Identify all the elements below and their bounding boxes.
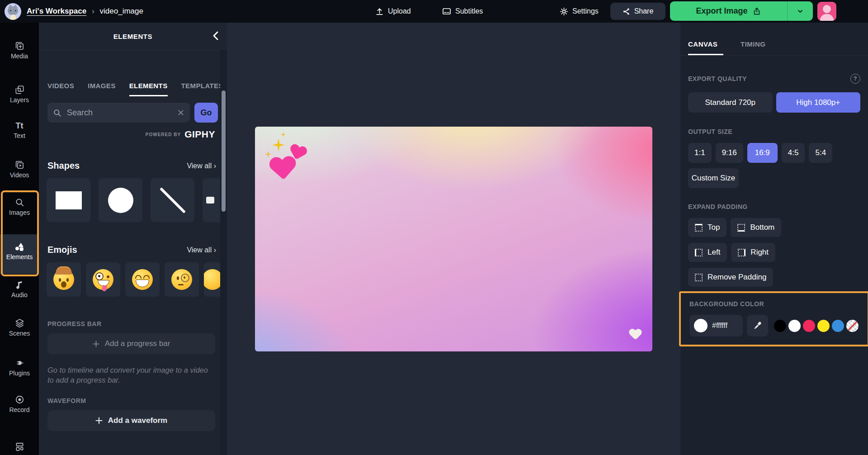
topbar: Ari's Workspace › video_image Upload Sub… xyxy=(0,0,868,23)
swatch-red[interactable] xyxy=(803,320,815,332)
sparkle-small xyxy=(265,151,271,158)
pad-top-button[interactable]: Top xyxy=(688,218,726,237)
images-search-icon xyxy=(14,197,25,208)
share-button[interactable]: Share xyxy=(610,3,665,20)
help-icon[interactable] xyxy=(850,74,860,84)
sidebar-item-scenes[interactable]: Scenes xyxy=(0,314,39,341)
layers-icon xyxy=(14,85,25,95)
emoji-tile-beaming-face[interactable] xyxy=(125,262,160,297)
sidebar-item-elements[interactable]: Elements xyxy=(0,237,39,264)
quality-high-1080p-button[interactable]: High 1080p+ xyxy=(776,92,861,113)
sidebar-item-record[interactable]: Record xyxy=(0,391,39,417)
tab-images[interactable]: IMAGES xyxy=(88,82,116,96)
search-input[interactable] xyxy=(66,108,173,118)
panel-tabs: VIDEOS IMAGES ELEMENTS TEMPLATES xyxy=(47,82,227,96)
white-heart-sticker[interactable] xyxy=(629,329,642,340)
sidebar-item-templates[interactable] xyxy=(0,433,39,455)
swatch-blue[interactable] xyxy=(832,320,844,332)
editor-stage xyxy=(227,23,680,455)
file-name[interactable]: video_image xyxy=(100,7,143,16)
emojis-view-all-link[interactable]: View all › xyxy=(187,246,216,254)
media-icon xyxy=(14,41,25,51)
ratio-16-9-button[interactable]: 16:9 xyxy=(747,143,778,163)
sidebar-item-layers[interactable]: Layers xyxy=(0,81,39,107)
settings-button[interactable]: Settings xyxy=(560,0,599,23)
remove-padding-button[interactable]: Remove Padding xyxy=(688,268,773,287)
shape-tile-rectangle[interactable] xyxy=(47,178,90,222)
panel-scrollbar-thumb[interactable] xyxy=(222,90,226,212)
pad-bottom-button[interactable]: Bottom xyxy=(731,218,781,237)
export-image-button[interactable]: Export Image xyxy=(670,1,813,21)
ratio-9-16-button[interactable]: 9:16 xyxy=(716,143,743,163)
audio-icon xyxy=(14,280,24,290)
sidebar-item-audio[interactable]: Audio xyxy=(0,276,39,302)
ratio-1-1-button[interactable]: 1:1 xyxy=(688,143,712,163)
tab-canvas[interactable]: CANVAS xyxy=(688,40,723,55)
sidebar-item-media[interactable]: Media xyxy=(0,37,39,63)
shape-tile-line[interactable] xyxy=(151,178,194,222)
custom-size-button[interactable]: Custom Size xyxy=(688,168,739,188)
sidebar-item-videos[interactable]: Videos xyxy=(0,156,39,182)
sparkles-sticker[interactable] xyxy=(272,138,285,152)
pad-right-button[interactable]: Right xyxy=(731,243,775,262)
tab-timing[interactable]: TIMING xyxy=(741,40,766,55)
profile-avatar[interactable] xyxy=(817,2,836,21)
circle-shape xyxy=(108,188,133,213)
subtitles-icon xyxy=(442,7,451,16)
swatch-transparent[interactable] xyxy=(846,320,859,332)
shapes-section-header: Shapes View all › xyxy=(47,161,216,171)
quality-standard-720p-button[interactable]: Standard 720p xyxy=(688,92,773,113)
elements-icon xyxy=(14,241,25,252)
background-color-row: #ffffff xyxy=(689,315,860,337)
sidebar-item-text[interactable]: Tt Text xyxy=(0,117,39,143)
export-quality-options: Standard 720p High 1080p+ xyxy=(688,92,860,113)
sidebar-item-plugins[interactable]: Plugins xyxy=(0,354,39,380)
pad-right-icon xyxy=(738,249,745,256)
subtitles-button[interactable]: Subtitles xyxy=(442,0,483,23)
ratio-4-5-button[interactable]: 4:5 xyxy=(782,143,805,163)
emoji-tile-monocle[interactable] xyxy=(165,262,199,297)
ratio-5-4-button[interactable]: 5:4 xyxy=(809,143,832,163)
workspace-avatar[interactable] xyxy=(5,3,21,20)
pad-left-button[interactable]: Left xyxy=(688,243,727,262)
breadcrumb-separator: › xyxy=(92,7,94,15)
swatch-yellow[interactable] xyxy=(817,320,830,332)
beaming-face-emoji xyxy=(132,269,153,290)
swatch-white[interactable] xyxy=(788,320,801,332)
left-sidebar: Media Layers Tt Text Videos xyxy=(0,23,39,455)
eyedropper-button[interactable] xyxy=(747,315,768,337)
workspace-name-link[interactable]: Ari's Workspace xyxy=(27,7,86,16)
two-hearts-sticker-big[interactable] xyxy=(269,156,297,182)
emoji-tile-zany-face[interactable] xyxy=(86,262,120,297)
clear-search-icon[interactable] xyxy=(177,109,184,116)
sidebar-item-images[interactable]: Images xyxy=(0,194,39,220)
collapse-panel-button[interactable] xyxy=(212,31,220,41)
canvas-image[interactable] xyxy=(255,127,652,351)
upload-icon xyxy=(375,7,384,16)
upload-button[interactable]: Upload xyxy=(375,0,411,23)
search-icon xyxy=(53,109,61,117)
progress-bar-note: Go to timeline and convert your image to… xyxy=(47,365,213,385)
add-waveform-button[interactable]: Add a waveform xyxy=(47,410,215,431)
panel-title: ELEMENTS xyxy=(113,33,152,40)
background-color-heading: BACKGROUND COLOR xyxy=(689,300,860,308)
add-progress-bar-button[interactable]: Add a progress bar xyxy=(47,333,215,354)
search-go-button[interactable]: Go xyxy=(194,103,218,123)
tab-templates[interactable]: TEMPLATES xyxy=(181,82,223,96)
color-swatches xyxy=(774,320,859,332)
shapes-view-all-link[interactable]: View all › xyxy=(187,162,216,170)
giphy-attribution: POWERED BY GIPHY xyxy=(39,129,215,140)
emoji-tile-exploding-head[interactable] xyxy=(47,262,81,297)
tab-elements[interactable]: ELEMENTS xyxy=(129,82,168,96)
shape-tile-circle[interactable] xyxy=(99,178,142,222)
export-options-dropdown[interactable] xyxy=(787,1,813,21)
plugins-icon xyxy=(14,358,25,368)
eyedropper-icon xyxy=(753,321,762,330)
pad-bottom-icon xyxy=(737,224,745,232)
gear-icon xyxy=(560,7,568,16)
waveform-heading: WAVEFORM xyxy=(47,397,227,404)
background-color-value-button[interactable]: #ffffff xyxy=(689,315,743,337)
tab-videos[interactable]: VIDEOS xyxy=(47,82,74,96)
plus-icon xyxy=(95,417,103,424)
swatch-black[interactable] xyxy=(774,320,786,332)
